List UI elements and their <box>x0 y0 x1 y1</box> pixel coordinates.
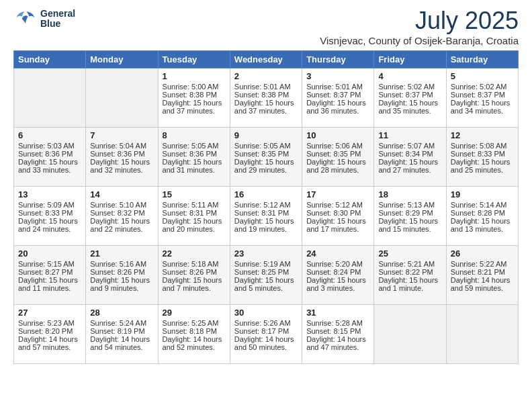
location: Visnjevac, County of Osijek-Baranja, Cro… <box>320 35 519 46</box>
cell-content-line: Sunset: 8:15 PM <box>306 327 369 335</box>
cell-content-line: Sunset: 8:29 PM <box>378 209 441 217</box>
day-number: 22 <box>163 248 226 259</box>
calendar-cell: 27Sunrise: 5:23 AMSunset: 8:20 PMDayligh… <box>14 305 86 364</box>
cell-content-line: Daylight: 15 hours and 37 minutes. <box>234 99 298 115</box>
cell-content-line: Sunrise: 5:28 AM <box>306 319 369 327</box>
calendar-cell <box>446 305 518 364</box>
cell-content-line: Sunset: 8:31 PM <box>163 209 226 217</box>
cell-content-line: Sunrise: 5:12 AM <box>234 201 298 209</box>
cell-content-line: Sunset: 8:24 PM <box>306 268 369 276</box>
cell-content-line: Sunrise: 5:02 AM <box>451 83 514 91</box>
cell-content-line: Daylight: 15 hours and 3 minutes. <box>306 276 369 292</box>
cell-content-line: Daylight: 15 hours and 24 minutes. <box>18 217 81 233</box>
calendar-cell: 30Sunrise: 5:26 AMSunset: 8:17 PMDayligh… <box>230 305 302 364</box>
day-number: 18 <box>378 189 441 199</box>
calendar-cell: 8Sunrise: 5:05 AMSunset: 8:36 PMDaylight… <box>158 128 230 187</box>
cell-content-line: Daylight: 15 hours and 31 minutes. <box>163 158 226 174</box>
cell-content-line: Daylight: 15 hours and 22 minutes. <box>90 217 153 233</box>
calendar-cell <box>374 305 446 364</box>
day-number: 5 <box>451 71 514 81</box>
cell-content-line: Daylight: 14 hours and 47 minutes. <box>306 335 369 351</box>
cell-content-line: Sunrise: 5:20 AM <box>306 260 369 268</box>
calendar-cell: 26Sunrise: 5:22 AMSunset: 8:21 PMDayligh… <box>446 246 518 305</box>
day-number: 1 <box>163 71 226 81</box>
cell-content-line: Daylight: 14 hours and 54 minutes. <box>90 335 153 351</box>
day-number: 6 <box>18 130 81 140</box>
cell-content-line: Daylight: 14 hours and 50 minutes. <box>234 335 298 351</box>
cell-content-line: Daylight: 15 hours and 9 minutes. <box>90 276 153 292</box>
calendar-cell: 9Sunrise: 5:05 AMSunset: 8:35 PMDaylight… <box>230 128 302 187</box>
calendar-table: SundayMondayTuesdayWednesdayThursdayFrid… <box>13 50 519 364</box>
cell-content-line: Sunrise: 5:04 AM <box>90 142 153 150</box>
calendar-week-row: 13Sunrise: 5:09 AMSunset: 8:33 PMDayligh… <box>14 187 519 246</box>
calendar-cell: 21Sunrise: 5:16 AMSunset: 8:26 PMDayligh… <box>86 246 158 305</box>
cell-content-line: Daylight: 15 hours and 27 minutes. <box>378 158 441 174</box>
day-number: 25 <box>378 248 441 259</box>
cell-content-line: Sunrise: 5:22 AM <box>451 260 514 268</box>
cell-content-line: Sunset: 8:33 PM <box>18 209 81 217</box>
calendar-cell: 5Sunrise: 5:02 AMSunset: 8:37 PMDaylight… <box>446 68 518 128</box>
day-number: 31 <box>306 308 369 318</box>
logo-icon <box>13 7 38 31</box>
day-number: 19 <box>451 189 514 199</box>
cell-content-line: Sunset: 8:26 PM <box>90 268 153 276</box>
cell-content-line: Sunrise: 5:14 AM <box>451 201 514 209</box>
calendar-cell: 23Sunrise: 5:19 AMSunset: 8:25 PMDayligh… <box>230 246 302 305</box>
calendar-cell <box>14 68 86 128</box>
cell-content-line: Sunset: 8:38 PM <box>163 91 226 99</box>
weekday-header-saturday: Saturday <box>446 51 518 68</box>
cell-content-line: Daylight: 15 hours and 35 minutes. <box>378 99 441 115</box>
cell-content-line: Sunset: 8:28 PM <box>451 209 514 217</box>
cell-content-line: Sunrise: 5:01 AM <box>234 83 298 91</box>
cell-content-line: Sunset: 8:21 PM <box>451 268 514 276</box>
cell-content-line: Sunset: 8:35 PM <box>234 150 298 158</box>
cell-content-line: Daylight: 15 hours and 33 minutes. <box>18 158 81 174</box>
cell-content-line: Daylight: 15 hours and 20 minutes. <box>163 217 226 233</box>
cell-content-line: Sunset: 8:25 PM <box>234 268 298 276</box>
calendar-cell: 17Sunrise: 5:12 AMSunset: 8:30 PMDayligh… <box>302 187 374 246</box>
calendar-cell: 2Sunrise: 5:01 AMSunset: 8:38 PMDaylight… <box>230 68 302 128</box>
calendar-cell: 11Sunrise: 5:07 AMSunset: 8:34 PMDayligh… <box>374 128 446 187</box>
calendar-cell: 6Sunrise: 5:03 AMSunset: 8:36 PMDaylight… <box>14 128 86 187</box>
cell-content-line: Sunset: 8:34 PM <box>378 150 441 158</box>
calendar-cell: 15Sunrise: 5:11 AMSunset: 8:31 PMDayligh… <box>158 187 230 246</box>
day-number: 14 <box>90 189 153 199</box>
cell-content-line: Daylight: 15 hours and 34 minutes. <box>451 99 514 115</box>
day-number: 16 <box>234 189 298 199</box>
cell-content-line: Sunrise: 5:01 AM <box>306 83 369 91</box>
cell-content-line: Sunrise: 5:18 AM <box>163 260 226 268</box>
calendar-cell: 18Sunrise: 5:13 AMSunset: 8:29 PMDayligh… <box>374 187 446 246</box>
cell-content-line: Sunrise: 5:10 AM <box>90 201 153 209</box>
cell-content-line: Sunrise: 5:19 AM <box>234 260 298 268</box>
cell-content-line: Daylight: 15 hours and 1 minute. <box>378 276 441 292</box>
day-number: 17 <box>306 189 369 199</box>
cell-content-line: Sunset: 8:22 PM <box>378 268 441 276</box>
cell-content-line: Daylight: 14 hours and 57 minutes. <box>18 335 81 351</box>
cell-content-line: Daylight: 15 hours and 29 minutes. <box>234 158 298 174</box>
day-number: 28 <box>90 308 153 318</box>
cell-content-line: Sunset: 8:30 PM <box>306 209 369 217</box>
day-number: 23 <box>234 248 298 259</box>
calendar-cell: 20Sunrise: 5:15 AMSunset: 8:27 PMDayligh… <box>14 246 86 305</box>
weekday-header-friday: Friday <box>374 51 446 68</box>
cell-content-line: Sunset: 8:36 PM <box>18 150 81 158</box>
day-number: 20 <box>18 248 81 259</box>
cell-content-line: Sunset: 8:35 PM <box>306 150 369 158</box>
day-number: 15 <box>163 189 226 199</box>
day-number: 27 <box>18 308 81 318</box>
cell-content-line: Sunset: 8:32 PM <box>90 209 153 217</box>
cell-content-line: Sunrise: 5:21 AM <box>378 260 441 268</box>
calendar-cell: 14Sunrise: 5:10 AMSunset: 8:32 PMDayligh… <box>86 187 158 246</box>
cell-content-line: Sunset: 8:36 PM <box>90 150 153 158</box>
cell-content-line: Sunrise: 5:11 AM <box>163 201 226 209</box>
cell-content-line: Sunset: 8:31 PM <box>234 209 298 217</box>
cell-content-line: Sunrise: 5:02 AM <box>378 83 441 91</box>
cell-content-line: Sunset: 8:37 PM <box>378 91 441 99</box>
weekday-header-thursday: Thursday <box>302 51 374 68</box>
calendar-cell: 4Sunrise: 5:02 AMSunset: 8:37 PMDaylight… <box>374 68 446 128</box>
calendar-cell: 13Sunrise: 5:09 AMSunset: 8:33 PMDayligh… <box>14 187 86 246</box>
day-number: 24 <box>306 248 369 259</box>
cell-content-line: Sunrise: 5:08 AM <box>451 142 514 150</box>
day-number: 12 <box>451 130 514 140</box>
cell-content-line: Sunset: 8:17 PM <box>234 327 298 335</box>
